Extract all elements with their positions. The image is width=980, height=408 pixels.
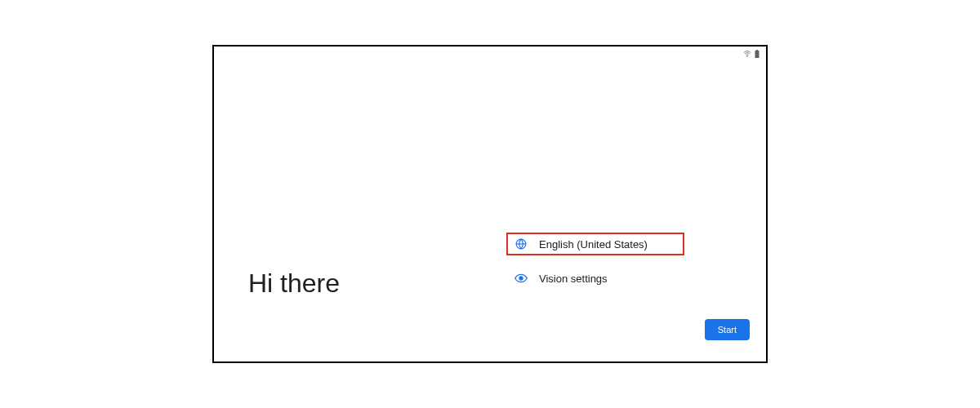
setup-content: Hi there English (United States) bbox=[214, 47, 766, 361]
language-selector[interactable]: English (United States) bbox=[506, 233, 684, 255]
start-button[interactable]: Start bbox=[705, 319, 750, 340]
svg-point-5 bbox=[519, 277, 523, 280]
globe-icon bbox=[514, 237, 528, 251]
options-area: English (United States) Vision settings bbox=[506, 233, 684, 301]
greeting-heading: Hi there bbox=[248, 268, 340, 299]
eye-icon bbox=[514, 272, 528, 285]
vision-settings[interactable]: Vision settings bbox=[506, 267, 684, 290]
vision-label: Vision settings bbox=[539, 273, 608, 285]
device-frame: Hi there English (United States) bbox=[212, 45, 768, 363]
language-label: English (United States) bbox=[539, 238, 648, 251]
